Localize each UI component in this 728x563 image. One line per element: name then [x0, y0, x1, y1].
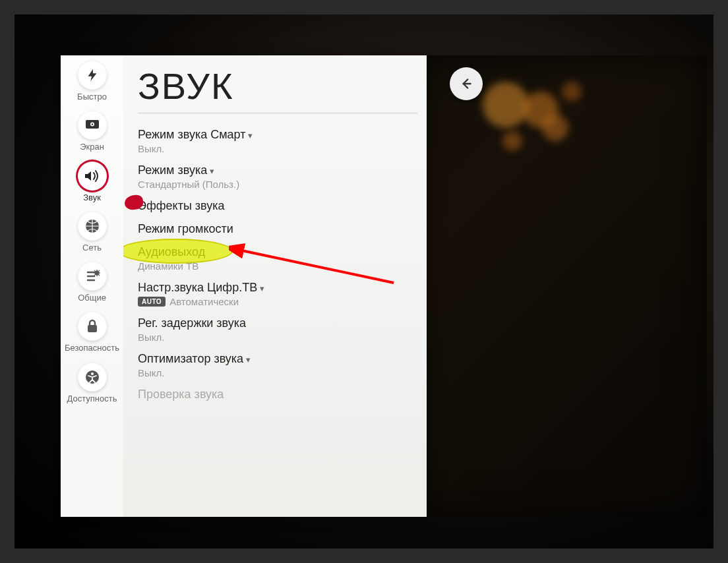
option-title: Оптимизатор звука: [138, 352, 243, 366]
bokeh-light: [502, 131, 522, 151]
svg-rect-5: [88, 325, 97, 332]
sidebar-item-label: Экран: [80, 142, 104, 152]
sidebar-item-accessibility[interactable]: Доступность: [67, 363, 118, 403]
sidebar-item-screen[interactable]: Экран: [67, 111, 118, 152]
option-digital-tv-sound[interactable]: Настр.звука Цифр.ТВ▾ AUTO Автоматически: [138, 281, 417, 307]
page-title: ЗВУК: [138, 65, 417, 107]
bokeh-light: [483, 82, 529, 128]
option-title: Рег. задержки звука: [138, 316, 246, 330]
sound-icon: [84, 169, 101, 183]
back-button[interactable]: [450, 67, 483, 100]
sidebar-item-network[interactable]: Сеть: [67, 212, 118, 252]
general-icon: [84, 268, 100, 284]
sidebar-item-label: Доступность: [67, 394, 117, 403]
sidebar-item-general[interactable]: Общие: [67, 262, 118, 303]
sidebar-item-label: Безопасность: [65, 343, 119, 353]
svg-point-4: [94, 271, 99, 276]
option-audio-output[interactable]: Аудиовыход Динамики ТВ: [138, 245, 417, 272]
tv-screen: Быстро Экран: [61, 55, 707, 517]
option-volume-mode[interactable]: Режим громкости: [138, 222, 417, 236]
option-value: Динамики ТВ: [138, 260, 417, 272]
chevron-down-icon: ▾: [246, 355, 251, 365]
bokeh-light: [542, 115, 568, 141]
back-arrow-icon: [458, 75, 475, 92]
option-sound-delay[interactable]: Рег. задержки звука Выкл.: [138, 316, 417, 343]
option-smart-sound-mode[interactable]: Режим звука Смарт▾ Выкл.: [138, 128, 417, 154]
option-title: Проверка звука: [138, 388, 224, 401]
option-title: Настр.звука Цифр.ТВ: [138, 281, 257, 295]
option-sound-test[interactable]: Проверка звука: [138, 388, 417, 401]
sidebar-item-sound[interactable]: Звук: [67, 162, 118, 202]
option-title: Аудиовыход: [138, 245, 205, 259]
chevron-down-icon: ▾: [210, 166, 214, 176]
screen-icon: [84, 119, 100, 132]
sidebar-item-quick[interactable]: Быстро: [67, 61, 118, 102]
settings-panel: Быстро Экран: [61, 55, 427, 517]
option-title: Эффекты звука: [138, 199, 225, 213]
option-title: Режим громкости: [138, 222, 233, 236]
svg-point-7: [91, 372, 94, 375]
svg-point-2: [91, 123, 93, 125]
option-value: Выкл.: [138, 143, 417, 154]
option-sound-mode[interactable]: Режим звука▾ Стандартный (Польз.): [138, 163, 417, 190]
sidebar-item-security[interactable]: Безопасность: [67, 312, 118, 353]
chevron-down-icon: ▾: [260, 283, 264, 293]
sidebar-item-label: Быстро: [77, 92, 107, 102]
option-sound-optimizer[interactable]: Оптимизатор звука▾ Выкл.: [138, 352, 417, 378]
photo-frame: Быстро Экран: [0, 0, 728, 563]
sidebar-item-label: Общие: [78, 293, 106, 303]
option-value: Стандартный (Польз.): [138, 179, 417, 190]
divider: [138, 113, 417, 113]
auto-badge: AUTO: [138, 297, 166, 307]
option-value: Выкл.: [138, 332, 417, 343]
chevron-down-icon: ▾: [248, 131, 253, 140]
accessibility-icon: [84, 369, 100, 385]
lock-icon: [86, 318, 99, 334]
option-sound-effects[interactable]: Эффекты звука: [138, 199, 417, 213]
sidebar-item-label: Звук: [83, 193, 101, 202]
sidebar-item-label: Сеть: [82, 243, 102, 252]
option-title: Режим звука: [138, 163, 207, 177]
bokeh-light: [562, 82, 582, 102]
option-value: Выкл.: [138, 367, 417, 378]
lightning-icon: [85, 68, 100, 82]
option-title: Режим звука Смарт: [138, 128, 245, 142]
option-value: Автоматически: [169, 296, 239, 307]
network-icon: [84, 218, 100, 234]
settings-sidebar: Быстро Экран: [61, 55, 123, 517]
settings-content: ЗВУК Режим звука Смарт▾ Выкл. Режим звук…: [123, 55, 427, 517]
